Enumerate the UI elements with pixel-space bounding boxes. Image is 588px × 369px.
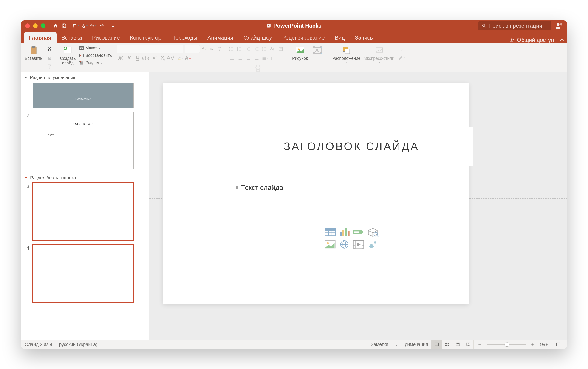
highlight-icon[interactable]: ▾: [176, 54, 184, 62]
insert-online-picture-icon[interactable]: [338, 239, 350, 249]
text-box-button[interactable]: A: [310, 44, 326, 57]
undo-icon[interactable]: ▾: [90, 22, 96, 29]
zoom-level[interactable]: 99%: [540, 342, 549, 347]
superscript-icon[interactable]: X2: [151, 54, 158, 62]
tab-animations[interactable]: Анимация: [202, 32, 238, 43]
tab-insert[interactable]: Вставка: [57, 32, 87, 43]
distribute-icon[interactable]: ▾: [261, 54, 269, 62]
reset-button[interactable]: Восстановить: [79, 52, 112, 59]
search-input[interactable]: Поиск в презентации: [478, 21, 551, 30]
thumb-number: 4: [23, 245, 29, 251]
insert-video-icon[interactable]: [353, 239, 364, 249]
grow-font-icon[interactable]: A▴: [200, 45, 208, 53]
language-status[interactable]: русский (Украина): [59, 342, 97, 347]
italic-icon[interactable]: К: [125, 54, 133, 62]
zoom-slider[interactable]: [487, 344, 526, 345]
slide-thumb-4[interactable]: [33, 245, 134, 302]
underline-icon[interactable]: Ч: [134, 54, 141, 62]
window-minimize-button[interactable]: [33, 23, 38, 28]
picture-button[interactable]: Рисунок ▾: [290, 44, 310, 64]
insert-picture-icon[interactable]: [324, 239, 336, 249]
section-untitled[interactable]: Раздел без заголовка: [23, 174, 147, 183]
tab-transitions[interactable]: Переходы: [167, 32, 203, 43]
font-size-input[interactable]: [185, 45, 200, 53]
slide-body-placeholder[interactable]: Текст слайда: [230, 180, 473, 288]
shape-fill-icon[interactable]: ▾: [398, 45, 405, 53]
insert-smartart-icon[interactable]: [353, 227, 364, 237]
columns-icon[interactable]: ▾: [269, 54, 277, 62]
tab-view[interactable]: Вид: [330, 32, 350, 43]
insert-icon-icon[interactable]: [367, 239, 379, 249]
bullets-icon[interactable]: ▾: [72, 22, 79, 29]
indent-more-icon[interactable]: [253, 45, 261, 53]
align-left-icon[interactable]: [228, 54, 236, 62]
char-spacing-icon[interactable]: AV▾: [168, 54, 176, 62]
font-family-input[interactable]: [117, 45, 183, 53]
tab-design[interactable]: Конструктор: [125, 32, 167, 43]
sorter-view-icon[interactable]: [442, 340, 452, 349]
redo-icon[interactable]: [98, 22, 105, 29]
tab-draw[interactable]: Рисование: [87, 32, 125, 43]
svg-rect-109: [343, 230, 344, 236]
svg-rect-96: [321, 53, 322, 54]
autosave-icon[interactable]: [61, 22, 68, 29]
fit-to-window-icon[interactable]: [553, 340, 563, 349]
slide-thumb-3[interactable]: [33, 183, 134, 240]
cut-icon[interactable]: [46, 45, 53, 53]
paste-button[interactable]: Вставить ▾: [23, 44, 44, 64]
insert-chart-icon[interactable]: [338, 227, 350, 237]
svg-point-43: [229, 50, 230, 51]
normal-view-icon[interactable]: [431, 340, 442, 349]
svg-rect-86: [256, 70, 259, 72]
line-spacing-icon[interactable]: ▾: [261, 45, 269, 53]
slide-canvas[interactable]: ЗАГОЛОВОК СЛАЙДА Текст слайда: [149, 72, 567, 340]
section-default[interactable]: Раздел по умолчанию: [23, 73, 147, 82]
tab-slideshow[interactable]: Слайд-шоу: [238, 32, 277, 43]
arrange-button[interactable]: Расположение ▾: [331, 44, 362, 64]
customize-qa-icon[interactable]: [110, 22, 116, 29]
tab-record[interactable]: Запись: [350, 32, 378, 43]
slide-title-placeholder[interactable]: ЗАГОЛОВОК СЛАЙДА: [230, 127, 473, 166]
font-color-icon[interactable]: A▾: [185, 54, 193, 62]
format-painter-icon[interactable]: [46, 62, 53, 70]
bold-icon[interactable]: Ж: [117, 54, 125, 62]
shape-outline-icon[interactable]: ▾: [398, 54, 405, 62]
window-zoom-button[interactable]: [41, 23, 46, 28]
shrink-font-icon[interactable]: A▾: [208, 45, 216, 53]
comments-button[interactable]: Примечания: [392, 340, 431, 349]
strike-icon[interactable]: abc: [142, 54, 150, 62]
touch-mode-icon[interactable]: ▾: [81, 22, 88, 29]
align-right-icon[interactable]: [245, 54, 252, 62]
layout-button[interactable]: Макет▾: [79, 45, 112, 51]
share-button[interactable]: Общий доступ: [505, 37, 559, 43]
quick-styles-button[interactable]: Экспресс-стили ▾: [362, 44, 396, 64]
notes-button[interactable]: Заметки: [361, 340, 392, 349]
presence-icon[interactable]: [555, 22, 563, 30]
insert-table-icon[interactable]: [324, 227, 336, 237]
zoom-out-button[interactable]: −: [477, 341, 483, 347]
insert-3d-icon[interactable]: [367, 227, 379, 237]
text-direction-icon[interactable]: A▾: [269, 45, 277, 53]
justify-icon[interactable]: [253, 54, 261, 62]
slide-thumb-1[interactable]: Подписание: [33, 82, 134, 108]
slide-thumb-2[interactable]: ЗАГОЛОВОК • Текст: [33, 112, 134, 169]
home-icon[interactable]: [52, 22, 59, 29]
indent-less-icon[interactable]: [245, 45, 252, 53]
reading-view-icon[interactable]: [452, 340, 463, 349]
align-text-icon[interactable]: ▾: [278, 45, 285, 53]
numbered-list-icon[interactable]: 123▾: [236, 45, 244, 53]
clear-format-icon[interactable]: [216, 45, 223, 53]
section-button[interactable]: Раздел▾: [79, 60, 112, 66]
slideshow-view-icon[interactable]: [463, 340, 473, 349]
new-slide-button[interactable]: Создатьслайд: [58, 44, 78, 66]
tab-home[interactable]: Главная: [24, 32, 57, 43]
align-center-icon[interactable]: [236, 54, 244, 62]
tab-review[interactable]: Рецензирование: [277, 32, 330, 43]
slide-counter[interactable]: Слайд 3 из 4: [25, 342, 52, 347]
collapse-ribbon-icon[interactable]: [559, 37, 565, 43]
copy-icon[interactable]: [46, 54, 53, 62]
subscript-icon[interactable]: X2: [159, 54, 167, 62]
window-close-button[interactable]: [25, 23, 30, 28]
zoom-in-button[interactable]: +: [530, 341, 536, 347]
bullets-list-icon[interactable]: ▾: [228, 45, 236, 53]
